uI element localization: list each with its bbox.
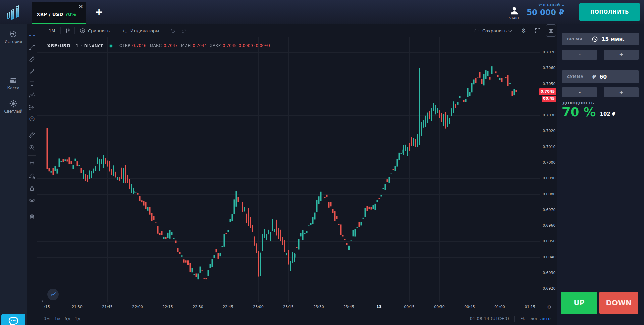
log-scale-button[interactable]: лог bbox=[530, 316, 538, 321]
camera-icon bbox=[548, 28, 554, 34]
price-tick: 0.7070 bbox=[543, 50, 556, 54]
amount-label: СУММА bbox=[567, 75, 588, 79]
percent-scale-button[interactable]: % bbox=[521, 316, 525, 321]
fullscreen-button[interactable] bbox=[534, 24, 541, 37]
time-tick: 00:45 bbox=[464, 305, 475, 309]
lock-tool-icon[interactable] bbox=[28, 184, 36, 192]
price-axis[interactable]: 0.70700.70600.70500.70400.70300.70200.70… bbox=[540, 37, 557, 302]
screenshot-button[interactable] bbox=[546, 24, 556, 37]
eye-tool-icon[interactable] bbox=[28, 197, 36, 204]
time-tick: 22:45 bbox=[223, 305, 233, 309]
high-label: МАКС bbox=[150, 43, 162, 48]
time-increase-button[interactable]: + bbox=[604, 50, 639, 60]
header: XRP / USD70% × + START УЧЕБНЫЙ 50 000 ₽ … bbox=[0, 0, 644, 24]
time-tick: 13 bbox=[376, 305, 381, 309]
history-icon bbox=[9, 30, 17, 38]
asset-tab-xrp-usd[interactable]: XRP / USD70% × bbox=[32, 2, 86, 24]
payout-percent: 70 % bbox=[562, 106, 596, 118]
forecast-tool-icon[interactable] bbox=[28, 104, 36, 111]
save-label: Сохранить bbox=[482, 28, 507, 33]
chart-toolbar: 1M Сравнить ƒ x Индикаторы bbox=[37, 24, 557, 37]
draw-mode-tool-icon[interactable] bbox=[28, 172, 36, 180]
range-3m-button[interactable]: 3м bbox=[44, 316, 50, 321]
time-tick: 23:45 bbox=[343, 305, 354, 309]
sidebar-item-label: Касса bbox=[0, 86, 27, 90]
range-1d-button[interactable]: 1д bbox=[75, 316, 80, 321]
time-label: ВРЕМЯ bbox=[567, 37, 588, 41]
sidebar-item-history[interactable]: История bbox=[0, 30, 27, 44]
chart-type-button[interactable] bbox=[64, 24, 71, 37]
legend-symbol[interactable]: XRP/USD bbox=[47, 43, 70, 48]
trend-line-tool-icon[interactable] bbox=[28, 44, 36, 51]
crosshair-tool-icon[interactable] bbox=[28, 32, 36, 39]
zoom-in-tool-icon[interactable] bbox=[28, 144, 36, 151]
toolbar-separator bbox=[74, 27, 75, 34]
time-value: 15 мин. bbox=[601, 36, 625, 42]
emoji-tool-icon[interactable]: ☺ bbox=[28, 115, 36, 123]
ruler-tool-icon[interactable] bbox=[28, 131, 36, 139]
save-layout-button[interactable]: Сохранить bbox=[473, 24, 512, 37]
chat-icon bbox=[8, 316, 19, 325]
amount-increase-button[interactable]: + bbox=[604, 87, 639, 97]
svg-text:ƒ: ƒ bbox=[122, 28, 125, 33]
trade-panel: ВРЕМЯ 15 мин. - + СУММА ₽ 60 - + ДОХОДНО… bbox=[557, 24, 644, 325]
user-icon bbox=[509, 5, 519, 16]
interval-button[interactable]: 1M bbox=[49, 24, 55, 37]
fib-tool-icon[interactable] bbox=[28, 56, 36, 63]
price-tick: 0.7010 bbox=[543, 145, 556, 149]
wallet-icon bbox=[9, 76, 18, 85]
account-start-button[interactable]: START bbox=[506, 5, 523, 20]
range-5d-button[interactable]: 5д bbox=[65, 316, 70, 321]
add-tab-button[interactable]: + bbox=[94, 7, 104, 17]
amount-decrease-button[interactable]: - bbox=[562, 87, 597, 97]
account-balance-block[interactable]: УЧЕБНЫЙ 50 000 ₽ bbox=[523, 3, 564, 17]
magnet-tool-icon[interactable] bbox=[28, 160, 36, 168]
compare-label: Сравнить bbox=[88, 28, 110, 33]
indicators-label: Индикаторы bbox=[130, 28, 159, 33]
change-value: 0.0000 (0.00%) bbox=[239, 43, 270, 48]
app-logo[interactable] bbox=[6, 5, 20, 21]
trade-up-button[interactable]: UP bbox=[561, 292, 597, 314]
provider-watermark[interactable] bbox=[47, 289, 59, 300]
deposit-button[interactable]: ПОПОЛНИТЬ bbox=[579, 3, 640, 21]
compare-button[interactable]: Сравнить bbox=[79, 24, 110, 37]
tab-label: XRP / USD70% bbox=[37, 12, 76, 17]
time-decrease-button[interactable]: - bbox=[562, 50, 597, 60]
ruble-icon: ₽ bbox=[592, 74, 596, 80]
amount-input[interactable]: СУММА ₽ 60 bbox=[562, 70, 639, 83]
price-tick: 0.6950 bbox=[543, 239, 556, 243]
redo-button[interactable] bbox=[180, 24, 187, 37]
trade-down-button[interactable]: DOWN bbox=[599, 292, 638, 314]
indicators-button[interactable]: ƒ x Индикаторы bbox=[122, 24, 159, 37]
time-axis[interactable]: ⚙ :1521:3021:4522:0022:1522:3022:4523:00… bbox=[37, 302, 557, 313]
price-tick: 0.6930 bbox=[543, 271, 556, 275]
time-input[interactable]: ВРЕМЯ 15 мин. bbox=[562, 33, 639, 45]
close-icon[interactable]: × bbox=[78, 4, 83, 9]
fullscreen-icon bbox=[534, 27, 541, 34]
candlestick-chart[interactable] bbox=[37, 37, 540, 302]
time-tick: 21:30 bbox=[72, 305, 83, 309]
auto-scale-button[interactable]: авто bbox=[540, 316, 551, 321]
brush-tool-icon[interactable] bbox=[28, 68, 36, 75]
price-tick: 0.6940 bbox=[543, 255, 556, 259]
undo-button[interactable] bbox=[169, 24, 176, 37]
redo-icon bbox=[180, 27, 187, 34]
text-tool-icon[interactable] bbox=[28, 79, 36, 87]
price-tick: 0.6980 bbox=[543, 192, 556, 196]
chart-legend: XRP/USD · 1 · BINANCE ОТКР0.7046 МАКС0.7… bbox=[47, 42, 270, 49]
sidebar-item-cashier[interactable]: Касса bbox=[0, 76, 27, 90]
toolbar-separator bbox=[117, 27, 117, 34]
chart-settings-button[interactable]: ⚙ bbox=[521, 24, 526, 37]
range-1m-button[interactable]: 1м bbox=[54, 316, 60, 321]
sidebar-item-theme[interactable]: Светлый bbox=[0, 99, 27, 114]
clock-utc[interactable]: 01:08:14 (UTC+3) bbox=[470, 316, 509, 321]
price-tick: 0.7050 bbox=[543, 82, 556, 86]
trading-app: XRP / USD70% × + START УЧЕБНЫЙ 50 000 ₽ … bbox=[0, 0, 644, 325]
help-button[interactable]: помощь bbox=[1, 314, 25, 325]
collapse-toolbar-chevron[interactable]: ‹ bbox=[41, 297, 43, 304]
trash-tool-icon[interactable] bbox=[28, 213, 36, 220]
cloud-icon bbox=[473, 27, 480, 34]
axis-settings-gear-icon[interactable]: ⚙ bbox=[547, 304, 551, 310]
start-label: START bbox=[506, 17, 523, 20]
xabcd-pattern-tool-icon[interactable] bbox=[28, 92, 36, 99]
